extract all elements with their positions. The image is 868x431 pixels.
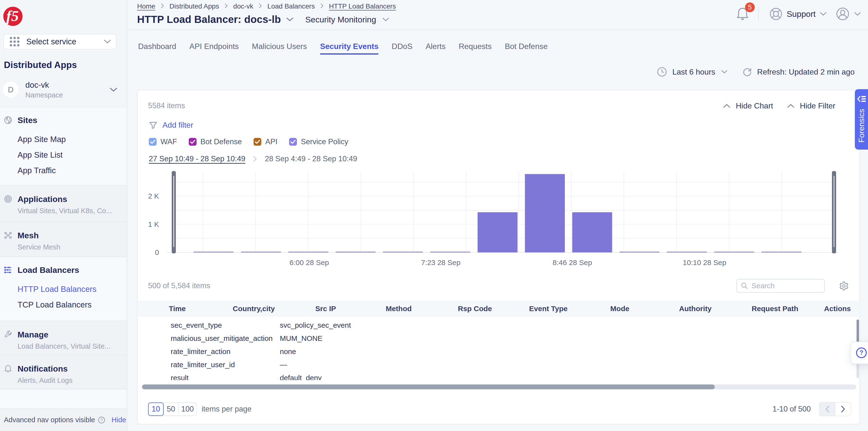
chevron-down-icon[interactable] xyxy=(286,17,293,22)
section-subtitle: Service Mesh xyxy=(18,243,60,251)
breadcrumb-item[interactable]: Load Balancers xyxy=(268,2,315,10)
svg-text:f5: f5 xyxy=(6,7,19,24)
select-service-dropdown[interactable]: Select service xyxy=(3,34,116,50)
section-header[interactable]: ManageLoad Balancers, Virtual Site... xyxy=(0,321,127,350)
search-input[interactable] xyxy=(751,282,820,290)
hide-nav-link[interactable]: Hide xyxy=(112,416,126,424)
detail-key: result xyxy=(138,374,188,380)
sidebar-section-manage[interactable]: ManageLoad Balancers, Virtual Site... xyxy=(0,321,127,355)
prev-page-button[interactable] xyxy=(819,402,835,416)
tab-requests[interactable]: Requests xyxy=(459,42,492,53)
events-bar-chart[interactable]: 01 K2 K6:00 28 Sep7:23 28 Sep8:46 28 Sep… xyxy=(137,168,860,273)
notifications-bell-button[interactable]: 5 xyxy=(736,7,749,21)
section-title: Manage xyxy=(18,330,111,339)
section-subtitle: Load Balancers, Virtual Site... xyxy=(18,342,111,350)
breadcrumb-item[interactable]: Distributed Apps xyxy=(169,2,219,10)
sidebar-item-app-traffic[interactable]: App Traffic xyxy=(0,166,127,175)
tab-ddos[interactable]: DDoS xyxy=(392,42,412,53)
time-range-dropdown[interactable]: Last 6 hours xyxy=(657,67,727,77)
hide-chart-button[interactable]: Hide Chart xyxy=(723,101,773,111)
page-size-100[interactable]: 100 xyxy=(178,402,197,416)
search-icon xyxy=(741,282,748,290)
divider xyxy=(0,256,127,257)
breadcrumb: HomeDistributed Appsdoc-vkLoad Balancers… xyxy=(137,2,396,10)
refresh-button[interactable]: Refresh: Updated 2 min ago xyxy=(742,67,855,77)
column-header-src-ip[interactable]: Src IP xyxy=(291,305,361,313)
column-header-request-path[interactable]: Request Path xyxy=(735,305,815,313)
add-filter-button[interactable]: Add filter xyxy=(149,121,193,130)
section-subtitle: Alerts, Audit Logs xyxy=(18,376,72,384)
filter-label: Bot Defense xyxy=(200,137,242,146)
sidebar-item-app-site-list[interactable]: App Site List xyxy=(0,151,127,159)
tab-security-events[interactable]: Security Events xyxy=(320,42,378,53)
filter-checkbox-bot-defense[interactable]: Bot Defense xyxy=(189,137,242,146)
column-header-rsp-code[interactable]: Rsp Code xyxy=(437,305,513,313)
sidebar-section-load-balancers[interactable]: Load BalancersHTTP Load BalancersTCP Loa… xyxy=(0,257,127,320)
table-row[interactable]: rate_limiter_actionnone xyxy=(138,345,860,358)
breadcrumb-item[interactable]: Home xyxy=(137,2,155,10)
divider xyxy=(0,107,127,107)
column-header-time[interactable]: Time xyxy=(138,305,217,313)
f5-logo-icon[interactable]: f5 xyxy=(2,6,23,27)
help-fab[interactable]: ? xyxy=(851,342,868,364)
checkbox-checked-icon xyxy=(289,138,297,146)
column-header-country-city[interactable]: Country,city xyxy=(217,305,291,313)
table-horizontal-scrollbar[interactable] xyxy=(142,384,856,389)
section-header[interactable]: Sites xyxy=(0,107,127,125)
filter-checkbox-api[interactable]: API xyxy=(253,137,277,146)
user-menu[interactable] xyxy=(836,7,861,21)
tab-alerts[interactable]: Alerts xyxy=(426,42,446,53)
breadcrumb-item[interactable]: HTTP Load Balancers xyxy=(329,2,396,10)
section-title: Sites xyxy=(18,116,37,125)
sidebar-section-sites[interactable]: SitesApp Site MapApp Site ListApp Traffi… xyxy=(0,107,127,185)
support-menu[interactable]: Support xyxy=(769,7,827,21)
lifebuoy-icon xyxy=(769,7,782,21)
divider xyxy=(0,221,127,222)
next-page-button[interactable] xyxy=(835,402,851,416)
tab-malicious-users[interactable]: Malicious Users xyxy=(252,42,307,53)
column-header-mode[interactable]: Mode xyxy=(584,305,656,313)
table-row[interactable]: rate_limiter_user_id— xyxy=(138,358,860,371)
subnav-selector[interactable]: Security Monitoring xyxy=(305,15,376,24)
namespace-label: Namespace xyxy=(25,91,110,99)
sidebar-item-tcp-load-balancers[interactable]: TCP Load Balancers xyxy=(0,301,127,309)
column-header-event-type[interactable]: Event Type xyxy=(513,305,584,313)
column-header-authority[interactable]: Authority xyxy=(656,305,735,313)
tab-api-endpoints[interactable]: API Endpoints xyxy=(189,42,239,53)
table-search[interactable] xyxy=(737,279,825,293)
refresh-label: Refresh: Updated 2 min ago xyxy=(757,67,855,76)
section-header[interactable]: MeshService Mesh xyxy=(0,222,127,251)
page-size-50[interactable]: 50 xyxy=(163,402,179,416)
sidebar-section-mesh[interactable]: MeshService Mesh xyxy=(0,222,127,256)
filter-checkbox-service-policy[interactable]: Service Policy xyxy=(289,137,348,146)
forensics-panel-tab[interactable]: Forensics xyxy=(855,89,868,150)
column-header-method[interactable]: Method xyxy=(361,305,437,313)
namespace-selector[interactable]: D doc-vk Namespace xyxy=(0,78,127,101)
table-row[interactable]: resultdefault_deny xyxy=(138,371,860,380)
breadcrumb-item[interactable]: doc-vk xyxy=(233,2,253,10)
tab-bot-defense[interactable]: Bot Defense xyxy=(505,42,548,53)
column-header-actions[interactable]: Actions xyxy=(815,305,860,313)
sidebar-section-applications[interactable]: ApplicationsVirtual Sites, Virtual K8s, … xyxy=(0,186,127,221)
sidebar-item-app-site-map[interactable]: App Site Map xyxy=(0,135,127,144)
brush-handle-left[interactable] xyxy=(172,171,176,253)
tab-dashboard[interactable]: Dashboard xyxy=(138,42,176,53)
date-range-full[interactable]: 27 Sep 10:49 - 28 Sep 10:49 xyxy=(149,154,245,163)
sidebar-item-http-load-balancers[interactable]: HTTP Load Balancers xyxy=(0,285,127,294)
chevron-down-icon xyxy=(104,39,111,44)
section-header[interactable]: Load Balancers xyxy=(0,257,127,275)
applications-icon xyxy=(4,195,12,203)
filter-checkbox-waf[interactable]: WAF xyxy=(149,137,177,146)
section-title: Applications xyxy=(18,194,112,204)
section-header[interactable]: NotificationsAlerts, Audit Logs xyxy=(0,355,127,384)
support-label: Support xyxy=(787,9,816,19)
table-row[interactable]: sec_event_typesvc_policy_sec_event xyxy=(138,319,860,332)
gear-icon[interactable] xyxy=(839,281,849,291)
sidebar-section-notifications[interactable]: NotificationsAlerts, Audit Logs xyxy=(0,355,127,389)
question-circle-icon[interactable]: ? xyxy=(98,417,105,424)
section-header[interactable]: ApplicationsVirtual Sites, Virtual K8s, … xyxy=(0,186,127,215)
table-row[interactable]: malicious_user_mitigate_actionMUM_NONE xyxy=(138,332,860,345)
page-size-10[interactable]: 10 xyxy=(148,402,164,416)
hide-filter-button[interactable]: Hide Filter xyxy=(787,101,835,111)
brush-handle-right[interactable] xyxy=(832,171,836,253)
